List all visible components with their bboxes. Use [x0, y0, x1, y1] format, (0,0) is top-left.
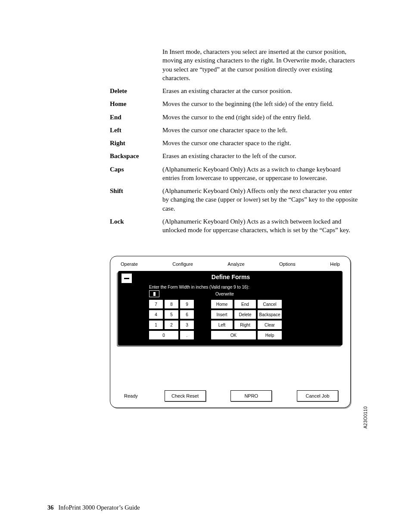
entry-mode-label: Overwrite: [215, 292, 234, 296]
key-clear[interactable]: Clear: [258, 320, 282, 329]
definition-row: Backspace Erases an existing character t…: [110, 152, 359, 160]
system-menu-icon[interactable]: [121, 274, 132, 283]
definition-row: Right Moves the cursor one character spa…: [110, 139, 359, 147]
key-ok[interactable]: OK: [211, 331, 256, 339]
key-backspace[interactable]: Backspace: [258, 310, 282, 319]
definition-term: Home: [110, 100, 162, 108]
figure-code: A23O0110: [363, 406, 368, 429]
definition-row: Lock (Alphanumeric Keyboard Only) Acts a…: [110, 217, 359, 235]
numeric-keypad: 7 8 9 4 5 6 1 2 3: [149, 300, 194, 339]
menu-analyze[interactable]: Analyze: [227, 261, 244, 267]
definition-intro: In Insert mode, characters you select ar…: [110, 47, 359, 82]
key-2[interactable]: 2: [165, 320, 178, 329]
key-home[interactable]: Home: [211, 300, 233, 308]
dialog-prompt: Enter the Form Width in inches (Valid ra…: [118, 283, 342, 289]
definition-desc: Moves the cursor to the end (right side)…: [162, 113, 359, 121]
definition-row: End Moves the cursor to the end (right s…: [110, 113, 359, 121]
definition-term: Left: [110, 126, 162, 134]
page: In Insert mode, characters you select ar…: [0, 0, 411, 532]
key-7[interactable]: 7: [149, 300, 163, 308]
definition-term: End: [110, 113, 162, 121]
definition-row: Home Moves the cursor to the beginning (…: [110, 100, 359, 108]
check-reset-button[interactable]: Check Reset: [165, 390, 206, 401]
key-cancel[interactable]: Cancel: [258, 300, 282, 308]
definition-desc: (Alphanumeric Keyboard Only) Acts as a s…: [162, 217, 359, 235]
definition-term: [110, 47, 162, 82]
key-4[interactable]: 4: [149, 310, 163, 319]
definition-desc: Moves the cursor one character space to …: [162, 139, 359, 147]
menu-operate[interactable]: Operate: [121, 261, 138, 267]
key-right[interactable]: Right: [234, 320, 256, 329]
dialog: Define Forms Enter the Form Width in inc…: [118, 271, 342, 345]
cancel-job-button[interactable]: Cancel Job: [297, 390, 338, 401]
key-0[interactable]: 0: [149, 331, 178, 339]
dialog-title: Define Forms: [132, 271, 330, 282]
menu-configure[interactable]: Configure: [172, 261, 193, 267]
form-width-input[interactable]: [149, 290, 159, 297]
definition-term: Shift: [110, 187, 162, 213]
key-dot[interactable]: .: [180, 331, 194, 339]
key-left[interactable]: Left: [211, 320, 233, 329]
definition-desc: Erases an existing character at the curs…: [162, 87, 359, 95]
definition-desc: Moves the cursor to the beginning (the l…: [162, 100, 359, 108]
definition-desc: Erases an existing character to the left…: [162, 152, 359, 160]
page-footer: 36 InfoPrint 3000 Operator’s Guide: [47, 504, 140, 511]
status-ready: Ready: [122, 391, 140, 401]
definition-row: Shift (Alphanumeric Keyboard Only) Affec…: [110, 187, 359, 213]
definition-desc: Moves the cursor one character space to …: [162, 126, 359, 134]
cursor-icon: [153, 292, 156, 296]
key-1[interactable]: 1: [149, 320, 163, 329]
definition-row: Left Moves the cursor one character spac…: [110, 126, 359, 134]
definition-desc: (Alphanumeric Keyboard Only) Affects onl…: [162, 187, 359, 213]
keypad-area: 7 8 9 4 5 6 1 2 3: [118, 300, 342, 339]
key-delete[interactable]: Delete: [234, 310, 256, 319]
key-insert[interactable]: Insert: [211, 310, 233, 319]
definition-desc: In Insert mode, characters you select ar…: [162, 47, 359, 82]
definition-row: Delete Erases an existing character at t…: [110, 87, 359, 95]
definition-row: Caps (Alphanumeric Keyboard Only) Acts a…: [110, 165, 359, 183]
key-help[interactable]: Help: [258, 331, 282, 339]
definition-term: Lock: [110, 217, 162, 235]
figure: Operate Configure Analyze Options Help D…: [110, 256, 359, 408]
definition-term: Right: [110, 139, 162, 147]
key-8[interactable]: 8: [165, 300, 178, 308]
definition-list: In Insert mode, characters you select ar…: [110, 47, 359, 234]
key-5[interactable]: 5: [165, 310, 178, 319]
page-number: 36: [47, 504, 54, 511]
definition-term: Caps: [110, 165, 162, 183]
definition-term: Backspace: [110, 152, 162, 160]
bottom-bar: Ready Check Reset NPRO Cancel Job: [110, 390, 350, 408]
npro-button[interactable]: NPRO: [230, 390, 272, 401]
definition-desc: (Alphanumeric Keyboard Only) Acts as a s…: [162, 165, 359, 183]
key-3[interactable]: 3: [180, 320, 194, 329]
touch-panel: Operate Configure Analyze Options Help D…: [110, 256, 351, 408]
menu-help[interactable]: Help: [330, 261, 340, 267]
nav-keypad: Home End Cancel Insert Delete Backspace …: [211, 300, 282, 339]
footer-title: InfoPrint 3000 Operator’s Guide: [58, 504, 140, 511]
key-6[interactable]: 6: [180, 310, 194, 319]
definition-term: Delete: [110, 87, 162, 95]
menu-options[interactable]: Options: [279, 261, 296, 267]
key-end[interactable]: End: [234, 300, 256, 308]
key-9[interactable]: 9: [180, 300, 194, 308]
menubar: Operate Configure Analyze Options Help: [110, 256, 350, 271]
